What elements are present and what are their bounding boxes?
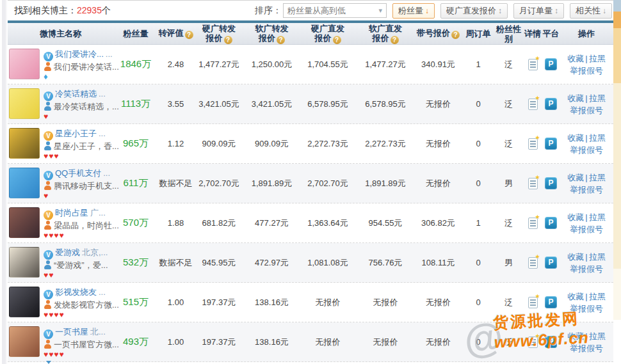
hard-direct-price: 2,702.70元: [299, 164, 357, 203]
blogger-location: ...: [99, 287, 106, 297]
block-link[interactable]: 拉黑: [589, 54, 606, 63]
sort-button-fans[interactable]: 粉丝量↓: [392, 3, 435, 19]
avatar[interactable]: [9, 287, 40, 317]
hard-direct-price: 6,578.95元: [299, 84, 357, 123]
blogger-name-cell: V我们爱讲冷......我们爱讲冷笑话...♦: [8, 45, 113, 84]
soft-direct-price: 无报价: [357, 283, 414, 322]
help-icon[interactable]: ?: [224, 36, 232, 44]
detail-doc-icon[interactable]: [528, 178, 538, 189]
blogger-name-cell: V影视发烧友...发烧影视官方微...♥♥♥♥: [8, 283, 113, 322]
detail-doc-icon[interactable]: [528, 138, 538, 150]
detail-cell: [523, 124, 542, 163]
weekly-orders: 0: [462, 322, 494, 361]
help-icon[interactable]: ?: [451, 31, 460, 39]
actions-cell: 收藏|拉黑举报假号: [560, 45, 613, 84]
blogger-name-cell: V星座小王子...星座小王子，香...♥♥♥: [8, 124, 113, 163]
fans-count: 515万: [113, 283, 158, 322]
blogger-name-link[interactable]: QQ手机支付: [55, 168, 101, 178]
verified-badge-icon: V: [44, 52, 53, 61]
avatar[interactable]: [9, 168, 40, 198]
report-fake-link[interactable]: 举报假号: [570, 264, 603, 274]
favorite-link[interactable]: 收藏: [567, 212, 584, 222]
heart-icon: ♥: [49, 310, 53, 319]
platform-icon[interactable]: P: [545, 217, 557, 229]
actions-cell: 收藏|拉黑举报假号: [560, 322, 613, 361]
block-link[interactable]: 拉黑: [589, 292, 606, 301]
detail-doc-icon[interactable]: [528, 99, 538, 110]
blogger-name-link[interactable]: 冷笑话精选: [55, 89, 97, 99]
platform-icon[interactable]: P: [545, 296, 557, 308]
block-link[interactable]: 拉黑: [589, 93, 606, 103]
blogger-name-link[interactable]: 爱游戏: [55, 248, 80, 257]
blogger-name-link[interactable]: 一页书屋: [55, 327, 88, 336]
block-link[interactable]: 拉黑: [589, 252, 606, 262]
blogger-row: V冷笑话精选...最冷笑话精选，...♥1113万3.553,421.05元3,…: [8, 84, 613, 124]
platform-icon[interactable]: P: [545, 58, 557, 70]
fans-count: 611万: [113, 164, 158, 203]
detail-doc-icon[interactable]: [528, 257, 538, 269]
blogger-name-link[interactable]: 星座小王子: [55, 129, 97, 138]
favorite-link[interactable]: 收藏: [567, 331, 584, 341]
detail-doc-icon[interactable]: [528, 59, 538, 70]
favorite-link[interactable]: 收藏: [567, 133, 584, 143]
favorite-link[interactable]: 收藏: [567, 292, 584, 301]
avatar[interactable]: [9, 326, 40, 357]
sort-button-relevance[interactable]: 相关性↓: [570, 3, 612, 19]
report-fake-link[interactable]: 举报假号: [570, 304, 603, 313]
platform-icon[interactable]: P: [545, 336, 557, 348]
soft-direct-price: 1,891.89元: [357, 164, 414, 203]
avatar[interactable]: [9, 128, 40, 159]
blogger-row: V我们爱讲冷......我们爱讲冷笑话...♦1846万2.481,477.27…: [8, 45, 613, 84]
weekly-orders: 0: [462, 283, 494, 322]
report-fake-link[interactable]: 举报假号: [570, 66, 603, 75]
favorite-link[interactable]: 收藏: [567, 54, 584, 63]
sort-area: 排序： 粉丝量从高到低 ▾ 粉丝量↓硬广直发报价↕月订单量↕相关性↓: [255, 3, 612, 19]
block-link[interactable]: 拉黑: [589, 331, 606, 341]
report-fake-link[interactable]: 举报假号: [570, 344, 603, 353]
help-icon[interactable]: ?: [277, 36, 285, 44]
block-link[interactable]: 拉黑: [589, 133, 606, 143]
detail-cell: [523, 322, 542, 361]
blogger-name-link[interactable]: 我们爱讲冷...: [55, 49, 104, 59]
soft-repost-price: 138.16元: [245, 283, 299, 322]
sort-button-hard-direct-price[interactable]: 硬广直发报价↕: [440, 3, 508, 19]
platform-icon[interactable]: P: [545, 138, 557, 150]
block-link[interactable]: 拉黑: [589, 173, 606, 182]
platform-icon[interactable]: P: [545, 177, 557, 189]
report-fake-link[interactable]: 举报假号: [570, 106, 603, 115]
help-icon[interactable]: ?: [185, 31, 193, 39]
sort-arrow-icon: ↕: [554, 7, 558, 15]
avatar[interactable]: [9, 49, 40, 79]
help-icon[interactable]: ?: [333, 36, 341, 44]
mood-rating: ♥♥♥♥: [44, 350, 119, 360]
expand-arrow-icon[interactable]: [46, 361, 51, 364]
avatar[interactable]: [9, 88, 40, 119]
block-link[interactable]: 拉黑: [589, 212, 606, 222]
detail-cell: [523, 84, 542, 123]
blogger-name-link[interactable]: 影视发烧友: [55, 287, 97, 297]
blogger-name-link[interactable]: 时尚占星: [55, 208, 88, 218]
detail-doc-icon[interactable]: [528, 297, 538, 308]
report-fake-link[interactable]: 举报假号: [570, 225, 603, 234]
report-fake-link[interactable]: 举报假号: [570, 185, 603, 194]
blogger-row: V爱游戏北京,...“爱游戏”，爱...♥♥532万数据不足945.95元472…: [8, 243, 613, 283]
favorite-link[interactable]: 收藏: [567, 93, 584, 103]
help-icon[interactable]: ?: [391, 36, 399, 44]
platform-icon[interactable]: P: [545, 257, 557, 269]
report-fake-link[interactable]: 举报假号: [570, 145, 603, 155]
favorite-link[interactable]: 收藏: [567, 173, 584, 182]
platform-icon[interactable]: P: [545, 98, 557, 110]
detail-doc-icon[interactable]: [528, 218, 538, 229]
avatar[interactable]: [9, 207, 40, 238]
heart-icon: ♥: [59, 310, 63, 319]
soft-repost-price: 909.09元: [245, 124, 299, 163]
heart-icon: ♥: [54, 310, 58, 319]
blogger-name-cell: V一页书屋北...一页书屋官方微...♥♥♥♥: [8, 322, 113, 361]
detail-doc-icon[interactable]: [528, 336, 538, 348]
sort-button-monthly-orders[interactable]: 月订单量↕: [513, 3, 564, 19]
avatar[interactable]: [9, 247, 40, 278]
favorite-link[interactable]: 收藏: [567, 252, 584, 262]
blogger-description: 腾讯移动手机支...: [54, 181, 119, 191]
fan-gender: 泛: [494, 84, 523, 123]
sort-select[interactable]: 粉丝量从高到低 ▾: [283, 3, 387, 18]
